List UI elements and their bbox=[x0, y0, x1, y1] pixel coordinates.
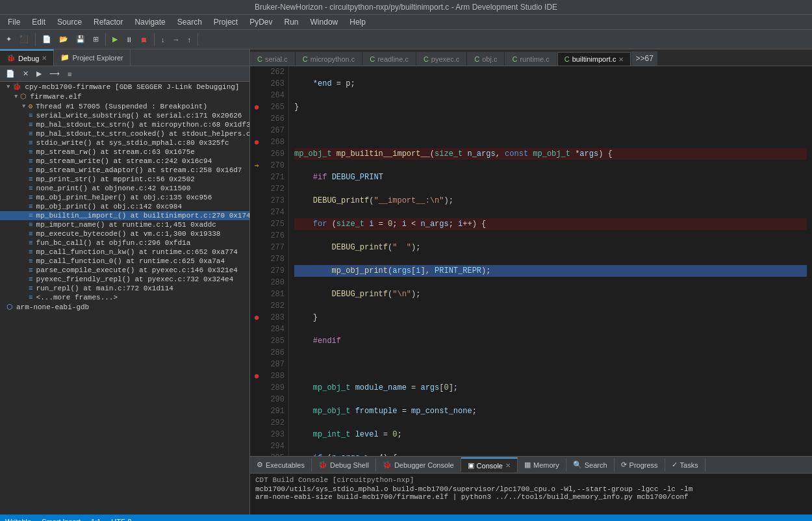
tab-serial-c-label: serial.c bbox=[265, 55, 288, 63]
menu-item-navigate[interactable]: Navigate bbox=[129, 16, 170, 28]
debug-new-btn[interactable]: 📄 bbox=[3, 68, 18, 80]
debug-connect-btn[interactable]: ✕ bbox=[19, 68, 32, 80]
frame-15[interactable]: ≡ mp_call_function_n_kw() at runtime.c:6… bbox=[0, 248, 249, 257]
tab-micropython-c-label: micropython.c bbox=[311, 55, 355, 63]
frame-9[interactable]: ≡ mp_obj_print_helper() at obj.c:135 0xc… bbox=[0, 193, 249, 202]
toolbar-btn-debug[interactable]: ▶ bbox=[109, 33, 121, 45]
frame-5-label: mp_stream_write() at stream.c:242 0x16c9… bbox=[36, 157, 212, 165]
frame-20[interactable]: ≡ <...more frames...> bbox=[0, 293, 249, 302]
menu-item-pydev[interactable]: PyDev bbox=[244, 16, 277, 28]
toolbar: ✦ ⬛ 📄 📂 💾 ⊞ ▶ ⏸ ⏹ ↓ → ↑ bbox=[0, 30, 812, 49]
toolbar-btn-save-all[interactable]: ⊞ bbox=[90, 33, 102, 45]
title-text: Bruker-NewHorizon - circuitpython-nxp/py… bbox=[255, 3, 557, 12]
debug-collapse-btn[interactable]: ≡ bbox=[64, 68, 75, 80]
menu-item-file[interactable]: File bbox=[3, 16, 25, 28]
menu-item-refactor[interactable]: Refactor bbox=[88, 16, 128, 28]
frame-5[interactable]: ≡ mp_stream_write() at stream.c:242 0x16… bbox=[0, 157, 249, 166]
frame-4-label: mp_stream_rw() at stream.c:63 0x1675e bbox=[36, 148, 195, 156]
elf-label: firmware.elf bbox=[30, 93, 81, 101]
frame-3[interactable]: ≡ stdio_write() at sys_stdio_mphal.c:80 … bbox=[0, 138, 249, 147]
debug-tab-close[interactable]: ✕ bbox=[42, 55, 47, 62]
frame-0[interactable]: ≡ serial_write_substring() at serial.c:1… bbox=[0, 111, 249, 120]
session-label: cpy-mcb1700-firmware [GDB SEGGER J-Link … bbox=[25, 83, 239, 91]
frame-2-label: mp_hal_stdout_tx_strn_cooked() at stdout… bbox=[36, 130, 249, 138]
tab-memory[interactable]: ▦ Memory bbox=[518, 458, 566, 472]
menu-item-window[interactable]: Window bbox=[305, 16, 344, 28]
frame-16[interactable]: ≡ mp_call_function_0() at runtime.c:625 … bbox=[0, 257, 249, 266]
frame-12-label: mp_import_name() at runtime.c:1,451 0xad… bbox=[36, 221, 216, 229]
line-numbers: 262 263 264 265 266 267 268 269 270 271 … bbox=[263, 66, 289, 456]
toolbar-btn-step-return[interactable]: ↑ bbox=[184, 34, 195, 45]
tab-runtime-c[interactable]: C runtime.c bbox=[505, 52, 556, 66]
frame-7[interactable]: ≡ mp_print_str() at mpprint.c:56 0x2502 bbox=[0, 175, 249, 184]
tab-tasks[interactable]: ✓ Tasks bbox=[665, 458, 705, 472]
tab-overflow[interactable]: >>67 bbox=[631, 51, 657, 66]
console-line-2: arm-none-eabi-size build-mcb1700/firmwar… bbox=[255, 493, 807, 501]
tab-debugger-console[interactable]: 🐞 Debugger Console bbox=[376, 458, 461, 472]
menu-item-search[interactable]: Search bbox=[172, 16, 207, 28]
toolbar-btn-step-over[interactable]: → bbox=[170, 34, 183, 45]
tab-obj-c[interactable]: C obj.c bbox=[467, 52, 504, 66]
frame-15-label: mp_call_function_n_kw() at runtime.c:652… bbox=[36, 248, 238, 256]
frame-4[interactable]: ≡ mp_stream_rw() at stream.c:63 0x1675e bbox=[0, 147, 249, 157]
tab-console[interactable]: ▣ Console ✕ bbox=[461, 457, 518, 472]
tree-item-gdb[interactable]: ⬡ arm-none-eabi-gdb bbox=[0, 302, 249, 312]
tab-runtime-c-label: runtime.c bbox=[520, 55, 549, 63]
toolbar-btn-stop[interactable]: ⏹ bbox=[137, 34, 151, 45]
tree-item-session[interactable]: ▼ 🐞 cpy-mcb1700-firmware [GDB SEGGER J-L… bbox=[0, 82, 249, 92]
frame-19[interactable]: ≡ run_repl() at main.c:772 0x1d114 bbox=[0, 284, 249, 293]
tab-builtinimport-c[interactable]: C builtinimport.c ✕ bbox=[557, 52, 631, 66]
tree-item-elf[interactable]: ▼ ⬡ firmware.elf bbox=[0, 92, 249, 101]
bottom-tabs: ⚙ Executables 🐞 Debug Shell 🐞 Debugger C… bbox=[250, 457, 812, 474]
frame-6[interactable]: ≡ mp_stream_write_adaptor() at stream.c:… bbox=[0, 166, 249, 175]
tab-pyexec-c[interactable]: C pyexec.c bbox=[416, 52, 466, 66]
project-explorer-tab-label: Project Explorer bbox=[72, 54, 123, 62]
frame-1[interactable]: ≡ mp_hal_stdout_tx_strn() at micropython… bbox=[0, 120, 249, 129]
tab-executables[interactable]: ⚙ Executables bbox=[250, 458, 312, 472]
tab-obj-c-icon: C bbox=[474, 55, 479, 63]
tab-micropython-c[interactable]: C micropython.c bbox=[296, 52, 362, 66]
tree-item-thread[interactable]: ▼ ⚙ Thread #1 57005 (Suspended : Breakpo… bbox=[0, 101, 249, 111]
memory-icon: ▦ bbox=[524, 461, 531, 469]
progress-label: Progress bbox=[629, 461, 658, 469]
frame-18-label: pyexec_friendly_repl() at pyexec.c:732 0… bbox=[36, 275, 234, 283]
toolbar-btn-step-into[interactable]: ↓ bbox=[158, 34, 168, 45]
menu-item-run[interactable]: Run bbox=[279, 16, 304, 28]
code-content[interactable]: *end = p; } mp_obj_t mp_builtin__import_… bbox=[289, 66, 812, 456]
menu-item-project[interactable]: Project bbox=[209, 16, 243, 28]
frame-18[interactable]: ≡ pyexec_friendly_repl() at pyexec.c:732… bbox=[0, 275, 249, 284]
tab-debug[interactable]: 🐞 Debug ✕ bbox=[0, 49, 54, 66]
console-label: Console bbox=[477, 462, 503, 470]
tab-progress[interactable]: ⟳ Progress bbox=[615, 458, 665, 472]
tab-readline-c[interactable]: C readline.c bbox=[362, 52, 416, 66]
frame-10[interactable]: ≡ mp_obj_print() at obj.c:142 0xc984 bbox=[0, 202, 249, 211]
tab-search[interactable]: 🔍 Search bbox=[566, 458, 615, 472]
frame-8-label: none_print() at objnone.c:42 0x11500 bbox=[36, 184, 191, 192]
frame-14[interactable]: ≡ fun_bc_call() at objfun.c:296 0xfd1a bbox=[0, 238, 249, 248]
toolbar-btn-save[interactable]: 💾 bbox=[73, 33, 88, 45]
toolbar-btn-open[interactable]: 📂 bbox=[56, 33, 71, 45]
console-tab-close[interactable]: ✕ bbox=[505, 462, 511, 469]
frame-0-label: serial_write_substring() at serial.c:171… bbox=[36, 112, 242, 120]
menu-item-help[interactable]: Help bbox=[344, 16, 371, 28]
tab-builtinimport-c-close[interactable]: ✕ bbox=[618, 56, 624, 63]
frame-12[interactable]: ≡ mp_import_name() at runtime.c:1,451 0x… bbox=[0, 220, 249, 229]
frame-13[interactable]: ≡ mp_execute_bytecode() at vm.c:1,300 0x… bbox=[0, 229, 249, 238]
tab-readline-c-icon: C bbox=[370, 55, 375, 63]
tab-project-explorer[interactable]: 📁 Project Explorer bbox=[54, 49, 130, 66]
toolbar-btn-1[interactable]: ✦ bbox=[3, 33, 15, 45]
frame-8[interactable]: ≡ none_print() at objnone.c:42 0x11500 bbox=[0, 184, 249, 193]
debug-resume-btn[interactable]: ▶ bbox=[33, 68, 45, 80]
search-icon: 🔍 bbox=[573, 461, 582, 469]
frame-17[interactable]: ≡ parse_compile_execute() at pyexec.c:14… bbox=[0, 266, 249, 275]
frame-2[interactable]: ≡ mp_hal_stdout_tx_strn_cooked() at stdo… bbox=[0, 129, 249, 138]
tab-serial-c[interactable]: C serial.c bbox=[250, 52, 295, 66]
menu-item-edit[interactable]: Edit bbox=[27, 16, 51, 28]
tab-debug-shell[interactable]: 🐞 Debug Shell bbox=[312, 458, 376, 472]
toolbar-btn-new[interactable]: 📄 bbox=[39, 33, 55, 45]
debug-step-over-btn[interactable]: ⟶ bbox=[46, 68, 63, 80]
toolbar-btn-pause[interactable]: ⏸ bbox=[122, 34, 136, 45]
frame-11[interactable]: ≡ mp_builtin__import_() at builtinimport… bbox=[0, 211, 249, 220]
menu-item-source[interactable]: Source bbox=[52, 16, 87, 28]
toolbar-btn-2[interactable]: ⬛ bbox=[16, 33, 32, 45]
